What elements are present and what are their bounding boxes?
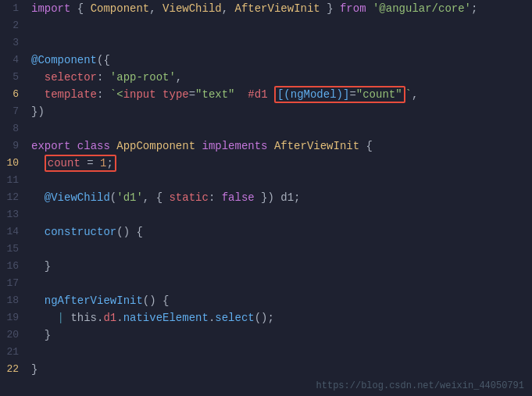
line-22: 22 } [0,361,532,378]
line-11: 11 [0,172,532,189]
line-8: 8 [0,120,532,137]
line-number-3: 3 [0,34,28,52]
line-content-6: template: `<input type="text" #d1 [(ngMo… [28,86,532,103]
line-content-12: @ViewChild('d1', { static: false }) d1; [28,189,532,206]
line-content-14: constructor() { [28,223,532,241]
line-content-4: @Component({ [28,52,532,69]
line-content-7: }) [28,103,532,120]
line-content-16: } [28,258,532,275]
line-number-11: 11 [0,172,28,189]
line-number-15: 15 [0,241,28,258]
line-number-21: 21 [0,344,28,361]
line-number-8: 8 [0,120,28,137]
line-content-22: } [28,361,532,378]
code-lines: 1 import { Component, ViewChild, AfterVi… [0,0,532,396]
line-15: 15 [0,241,532,258]
line-12: 12 @ViewChild('d1', { static: false }) d… [0,189,532,206]
line-19: 19 | this.d1.nativeElement.select(); [0,309,532,326]
line-number-6: 6 [0,86,28,103]
line-number-1: 1 [0,0,28,17]
line-number-19: 19 [0,309,28,326]
line-4: 4 @Component({ [0,52,532,69]
line-number-13: 13 [0,206,28,223]
line-1: 1 import { Component, ViewChild, AfterVi… [0,0,532,17]
line-number-17: 17 [0,275,28,292]
line-number-9: 9 [0,137,28,155]
line-content-9: export class AppComponent implements Aft… [28,137,532,155]
line-number-2: 2 [0,17,28,34]
line-2: 2 [0,17,532,34]
line-13: 13 [0,206,532,223]
line-9: 9 export class AppComponent implements A… [0,137,532,155]
line-18: 18 ngAfterViewInit() { [0,292,532,309]
line-number-22: 22 [0,361,28,378]
line-3: 3 [0,34,532,52]
code-editor: 1 import { Component, ViewChild, AfterVi… [0,0,532,396]
line-16: 16 } [0,258,532,275]
line-20: 20 } [0,326,532,344]
line-number-10: 10 [0,155,28,172]
line-number-7: 7 [0,103,28,120]
line-14: 14 constructor() { [0,223,532,241]
line-17: 17 [0,275,532,292]
line-content-10: count = 1; [28,155,532,172]
line-10: 10 count = 1; [0,155,532,172]
line-number-14: 14 [0,223,28,241]
line-7: 7 }) [0,103,532,120]
line-number-12: 12 [0,189,28,206]
line-number-5: 5 [0,69,28,86]
line-content-1: import { Component, ViewChild, AfterView… [28,0,532,17]
line-5: 5 selector: 'app-root', [0,69,532,86]
line-number-20: 20 [0,326,28,344]
line-number-4: 4 [0,52,28,69]
line-6: 6 template: `<input type="text" #d1 [(ng… [0,86,532,103]
watermark: https://blog.csdn.net/weixin_44050791 [316,380,524,391]
line-content-19: | this.d1.nativeElement.select(); [28,309,532,326]
line-number-18: 18 [0,292,28,309]
line-number-16: 16 [0,258,28,275]
line-content-5: selector: 'app-root', [28,69,532,86]
line-content-20: } [28,326,532,344]
line-21: 21 [0,344,532,361]
line-content-18: ngAfterViewInit() { [28,292,532,309]
